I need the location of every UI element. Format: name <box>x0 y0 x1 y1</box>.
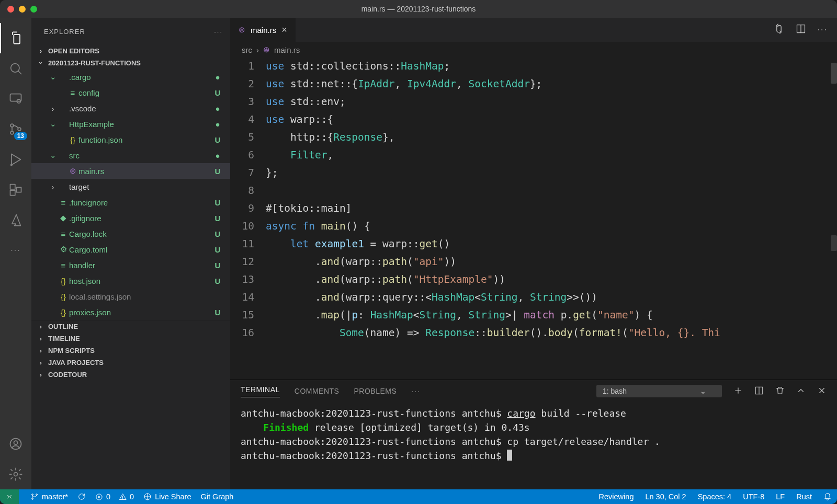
tree-item-label: main.rs <box>78 167 212 176</box>
more-activity-icon[interactable]: ··· <box>0 235 31 266</box>
tree-item-label: config <box>78 88 212 97</box>
remote-indicator[interactable] <box>0 489 19 504</box>
git-status-badge: U <box>212 88 223 97</box>
project-section[interactable]: › 20201123-RUST-FUNCTIONS <box>31 57 230 69</box>
terminal-tab[interactable]: TERMINAL <box>241 385 280 397</box>
lines-icon: ≡ <box>58 261 69 270</box>
settings-activity-icon[interactable] <box>0 459 31 489</box>
minimap-marker <box>831 235 837 251</box>
maximize-panel-icon[interactable] <box>796 386 806 397</box>
open-editors-section[interactable]: › OPEN EDITORS <box>31 45 230 57</box>
timeline-section[interactable]: ›TIMELINE <box>31 333 230 345</box>
panel-more-icon[interactable]: ··· <box>411 387 421 395</box>
minimap[interactable] <box>830 58 837 380</box>
bottom-sections: ›OUTLINE ›TIMELINE ›NPM SCRIPTS ›JAVA PR… <box>31 320 230 381</box>
lines-icon: ≡ <box>67 88 78 97</box>
tree-item[interactable]: ›.vscode● <box>31 100 230 116</box>
outline-section[interactable]: ›OUTLINE <box>31 320 230 333</box>
tree-item[interactable]: {}host.jsonU <box>31 273 230 289</box>
remote-explorer-activity-icon[interactable] <box>0 84 31 114</box>
language-status[interactable]: Rust <box>796 492 812 501</box>
tree-item[interactable]: ›target <box>31 179 230 194</box>
chevron-down-icon: ⌄ <box>700 387 706 395</box>
editor-more-icon[interactable]: ··· <box>818 25 828 35</box>
git-graph-status[interactable]: Git Graph <box>200 492 233 501</box>
svg-rect-8 <box>10 190 15 195</box>
tree-item[interactable]: ⌄HttpExample● <box>31 116 230 132</box>
tree-item-label: target <box>69 182 223 191</box>
close-window-button[interactable] <box>7 6 14 13</box>
run-debug-activity-icon[interactable] <box>0 144 31 175</box>
close-panel-icon[interactable] <box>817 386 827 397</box>
tree-item[interactable]: ◆.gitignoreU <box>31 210 230 226</box>
chevron-down-icon: ⌄ <box>48 72 58 82</box>
search-activity-icon[interactable] <box>0 53 31 84</box>
explorer-sidebar: EXPLORER ··· › OPEN EDITORS › 20201123-R… <box>31 18 230 489</box>
terminal-selector[interactable]: 1: bash ⌄ <box>596 385 722 397</box>
tree-item-label: function.json <box>78 135 212 144</box>
git-branch-status[interactable]: master* <box>30 492 68 501</box>
encoding-status[interactable]: UTF-8 <box>743 492 764 501</box>
git-status-badge: U <box>212 308 223 317</box>
terminal-body[interactable]: antchu-macbook:20201123-rust-functions a… <box>230 402 837 489</box>
cursor-position-status[interactable]: Ln 30, Col 2 <box>645 492 686 501</box>
panel-tabs: TERMINAL COMMENTS PROBLEMS ··· 1: bash ⌄ <box>230 380 837 402</box>
braces-icon: {} <box>58 292 69 301</box>
code-content[interactable]: use std::collections::HashMap; use std::… <box>266 58 837 380</box>
close-tab-icon[interactable]: × <box>281 25 287 36</box>
modified-dot-icon: ● <box>212 104 223 113</box>
sync-status[interactable] <box>77 492 86 501</box>
tree-item[interactable]: ⚙Cargo.tomlU <box>31 242 230 257</box>
tree-item[interactable]: {}local.settings.json <box>31 289 230 304</box>
problems-tab[interactable]: PROBLEMS <box>354 387 397 395</box>
tree-item-label: src <box>69 151 212 160</box>
extensions-activity-icon[interactable] <box>0 175 31 205</box>
rust-file-icon: ⊛ <box>263 45 270 54</box>
tree-item-label: .vscode <box>69 104 212 113</box>
indent-status[interactable]: Spaces: 4 <box>698 492 732 501</box>
tree-item[interactable]: ⌄.cargo● <box>31 69 230 85</box>
source-control-activity-icon[interactable]: 13 <box>0 114 31 144</box>
svg-rect-9 <box>16 187 21 192</box>
chevron-right-icon: › <box>48 104 58 113</box>
editor-tab-main-rs[interactable]: ⊛ main.rs × <box>230 18 296 42</box>
maximize-window-button[interactable] <box>30 6 37 13</box>
tree-item[interactable]: {}function.jsonU <box>31 132 230 147</box>
kill-terminal-icon[interactable] <box>775 386 785 397</box>
codetour-section[interactable]: ›CODETOUR <box>31 369 230 381</box>
braces-icon: {} <box>58 277 69 285</box>
tree-item[interactable]: ≡handlerU <box>31 257 230 273</box>
accounts-activity-icon[interactable] <box>0 429 31 459</box>
problems-status[interactable]: 0 0 <box>95 492 134 501</box>
tree-item-label: host.json <box>69 277 212 285</box>
breadcrumbs[interactable]: src › ⊛ main.rs <box>230 42 837 58</box>
tree-item[interactable]: ≡configU <box>31 85 230 100</box>
tree-item[interactable]: {}proxies.jsonU <box>31 304 230 320</box>
sidebar-more-icon[interactable]: ··· <box>214 28 223 36</box>
braces-icon: {} <box>67 135 78 144</box>
code-editor[interactable]: 12345678910111213141516 use std::collect… <box>230 58 837 380</box>
compare-changes-icon[interactable] <box>774 24 784 36</box>
azure-activity-icon[interactable] <box>0 205 31 235</box>
file-tree: ⌄.cargo●≡configU›.vscode●⌄HttpExample●{}… <box>31 69 230 320</box>
comments-tab[interactable]: COMMENTS <box>295 387 340 395</box>
tree-item[interactable]: ⌄src● <box>31 147 230 163</box>
npm-scripts-section[interactable]: ›NPM SCRIPTS <box>31 345 230 357</box>
explorer-activity-icon[interactable] <box>0 23 31 53</box>
split-terminal-icon[interactable] <box>754 386 764 397</box>
tree-item[interactable]: ≡Cargo.lockU <box>31 226 230 242</box>
java-projects-section[interactable]: ›JAVA PROJECTS <box>31 357 230 369</box>
gear-icon: ⚙ <box>58 245 69 254</box>
minimap-thumb[interactable] <box>831 63 837 84</box>
tree-item[interactable]: ≡.funcignoreU <box>31 194 230 210</box>
tree-item[interactable]: ⊛main.rsU <box>31 163 230 179</box>
notifications-icon[interactable] <box>823 492 832 501</box>
new-terminal-icon[interactable] <box>733 386 743 397</box>
reviewing-status[interactable]: Reviewing <box>599 492 634 501</box>
minimize-window-button[interactable] <box>19 6 26 13</box>
main-area: 13 ··· EXPLORER <box>0 18 837 489</box>
git-status-badge: U <box>212 198 223 207</box>
split-editor-icon[interactable] <box>796 24 806 36</box>
eol-status[interactable]: LF <box>776 492 785 501</box>
live-share-status[interactable]: Live Share <box>143 492 191 501</box>
